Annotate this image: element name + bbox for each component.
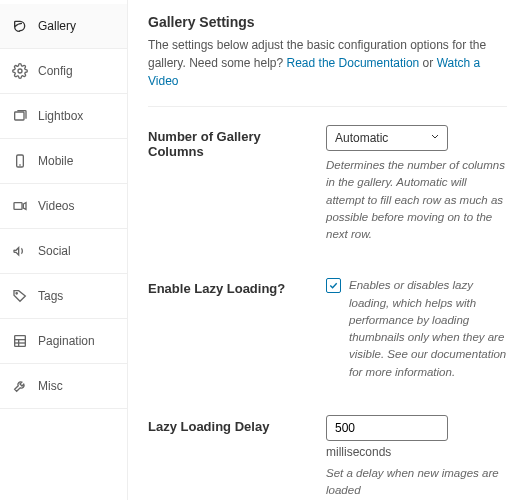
content-panel: Gallery Settings The settings below adju…: [128, 0, 527, 500]
sidebar-item-tags[interactable]: Tags: [0, 274, 127, 319]
sidebar-item-gallery[interactable]: Gallery: [0, 4, 127, 49]
svg-rect-4: [14, 203, 22, 210]
svg-rect-7: [15, 336, 26, 347]
field-label: Lazy Loading Delay: [148, 415, 308, 500]
sidebar-item-lightbox[interactable]: Lightbox: [0, 94, 127, 139]
sidebar-item-label: Gallery: [38, 19, 76, 33]
unit-label: milliseconds: [326, 445, 507, 459]
field-description: Set a delay when new images are loaded: [326, 465, 507, 500]
tag-icon: [12, 288, 28, 304]
select-value: Automatic: [326, 125, 448, 151]
sidebar-item-label: Mobile: [38, 154, 73, 168]
delay-input[interactable]: [326, 415, 448, 441]
sidebar-item-social[interactable]: Social: [0, 229, 127, 274]
svg-marker-5: [23, 203, 26, 210]
lazy-checkbox[interactable]: [326, 278, 341, 293]
sidebar-item-label: Config: [38, 64, 73, 78]
field-label: Enable Lazy Loading?: [148, 277, 308, 381]
phone-icon: [12, 153, 28, 169]
field-description: Enables or disables lazy loading, which …: [349, 277, 507, 381]
field-delay: Lazy Loading Delay milliseconds Set a de…: [148, 415, 507, 500]
sidebar-item-label: Tags: [38, 289, 63, 303]
grid-icon: [12, 333, 28, 349]
divider: [148, 106, 507, 107]
field-description: Determines the number of columns in the …: [326, 157, 507, 243]
sidebar-item-config[interactable]: Config: [0, 49, 127, 94]
columns-select[interactable]: Automatic: [326, 125, 448, 151]
field-lazy: Enable Lazy Loading? Enables or disables…: [148, 277, 507, 381]
field-columns: Number of Gallery Columns Automatic Dete…: [148, 125, 507, 243]
sidebar-item-misc[interactable]: Misc: [0, 364, 127, 409]
intro-text-mid: or: [419, 56, 436, 70]
wrench-icon: [12, 378, 28, 394]
layers-icon: [12, 108, 28, 124]
sidebar-item-label: Lightbox: [38, 109, 83, 123]
svg-rect-1: [15, 112, 24, 120]
sidebar-item-label: Social: [38, 244, 71, 258]
field-label: Number of Gallery Columns: [148, 125, 308, 243]
sidebar-item-label: Pagination: [38, 334, 95, 348]
megaphone-icon: [12, 243, 28, 259]
page-title: Gallery Settings: [148, 14, 507, 30]
video-icon: [12, 198, 28, 214]
gear-icon: [12, 63, 28, 79]
sidebar-item-label: Misc: [38, 379, 63, 393]
page-intro: The settings below adjust the basic conf…: [148, 36, 507, 90]
sidebar-item-mobile[interactable]: Mobile: [0, 139, 127, 184]
sidebar-item-pagination[interactable]: Pagination: [0, 319, 127, 364]
leaf-icon: [12, 18, 28, 34]
sidebar-item-videos[interactable]: Videos: [0, 184, 127, 229]
docs-link[interactable]: Read the Documentation: [287, 56, 420, 70]
svg-point-0: [18, 69, 22, 73]
settings-sidebar: Gallery Config Lightbox Mobile Videos: [0, 0, 128, 500]
svg-point-6: [16, 293, 17, 294]
sidebar-item-label: Videos: [38, 199, 74, 213]
